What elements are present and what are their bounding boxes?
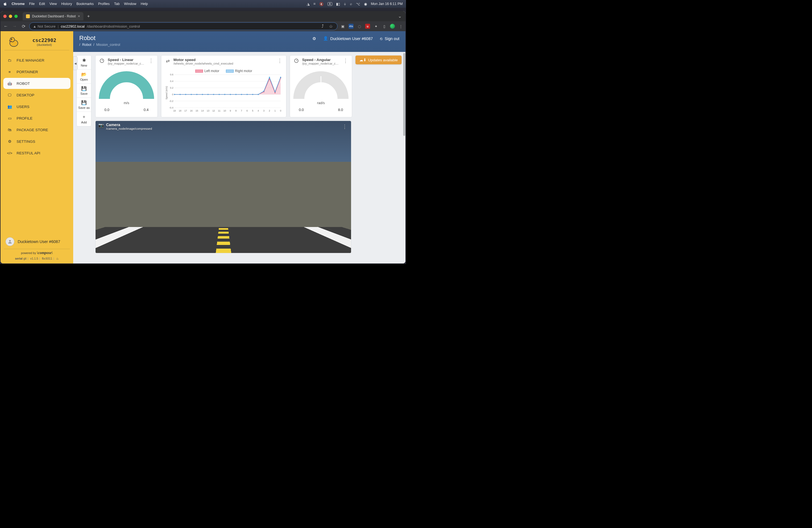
control-center-icon[interactable]: ⌥ (356, 2, 360, 6)
card-topic: /joy_mapper_node/car_c… (108, 62, 145, 65)
kebab-menu-button[interactable]: ⋮ (398, 24, 403, 29)
updates-available-button[interactable]: ☁⬇ Updates available (356, 56, 402, 64)
header-user[interactable]: 👤Duckietown User #6087 (323, 36, 373, 41)
sidebar-item-settings[interactable]: ⚙SETTINGS (3, 136, 70, 147)
sidebar-item-file-manager[interactable]: 🗀FILE MANAGER (3, 55, 70, 66)
extension-icon[interactable]: ◌ (357, 24, 362, 29)
menubar-item[interactable]: File (29, 2, 34, 6)
scrollbar-thumb[interactable] (403, 53, 405, 136)
menubar-app-name[interactable]: Chrome (12, 2, 25, 6)
svg-point-63 (202, 94, 203, 95)
menubar-item[interactable]: History (61, 2, 72, 6)
browser-tab[interactable]: Duckiebot Dashboard - Robot × (23, 12, 83, 20)
back-button[interactable]: ← (3, 23, 9, 29)
brand-block: csc22902 (duckiebot) (4, 34, 69, 50)
sidebar-collapse-button[interactable]: ◂ (73, 56, 77, 70)
siri-icon[interactable]: ◉ (364, 2, 367, 6)
new-tab-button[interactable]: + (86, 14, 91, 19)
header-settings-button[interactable]: ⚙ (313, 36, 316, 41)
extension-badge-icon[interactable]: 45s (349, 24, 353, 29)
battery-icon[interactable]: ▮▯ (336, 2, 340, 6)
toolbar-saveas-button[interactable]: 💾Save as (77, 98, 91, 112)
menubar-item[interactable]: View (49, 2, 57, 6)
svg-text:5: 5 (252, 109, 253, 112)
svg-text:10: 10 (223, 109, 226, 112)
card-motor-speed: ⇄ Motor speed/wheels_driver_node/wheels_… (161, 55, 286, 117)
menubar-item[interactable]: Help (141, 2, 148, 6)
gear-icon: ⚙ (7, 139, 12, 144)
signout-button[interactable]: ⎋Sign out (380, 36, 400, 41)
menubar-clock[interactable]: Mon Jan 16 6:11 PM (371, 2, 403, 6)
sidebar-nav: 🗀FILE MANAGER ≡PORTAINER 🤖ROBOT 🖵DESKTOP… (1, 53, 73, 161)
extension-icon[interactable]: ▣ (340, 24, 345, 29)
toolbar-add-button[interactable]: ＋Add (77, 112, 91, 126)
scrollbar[interactable] (403, 52, 405, 263)
card-menu-button[interactable]: ⋮ (343, 58, 349, 64)
search-icon[interactable]: ⌕ (350, 2, 352, 6)
tab-close-button[interactable]: × (78, 14, 80, 18)
dashboard-canvas: ✱New 📂Open 💾Save 💾Save as ＋Add Speed - L… (73, 52, 405, 263)
wifi-icon[interactable]: ⏚ (344, 2, 346, 6)
maximize-window-button[interactable] (14, 15, 18, 18)
close-window-button[interactable] (3, 15, 6, 18)
forward-button[interactable]: → (12, 23, 18, 29)
svg-point-66 (219, 94, 220, 95)
svg-point-71 (247, 94, 248, 95)
menubar-item[interactable]: Bookmarks (76, 2, 94, 6)
svg-text:-0.4: -0.4 (169, 106, 173, 109)
svg-point-58 (174, 94, 175, 95)
users-icon: 👥 (7, 104, 12, 109)
menubar-item[interactable]: Tab (114, 2, 120, 6)
share-button[interactable]: ⤴ (320, 23, 325, 29)
svg-text:4: 4 (258, 109, 259, 112)
sidebar-item-robot[interactable]: 🤖ROBOT (3, 78, 70, 89)
docker-icon[interactable]: ⌗ (314, 2, 315, 6)
svg-point-64 (207, 94, 208, 95)
sidebar-item-desktop[interactable]: 🖵DESKTOP (3, 89, 70, 101)
minimize-window-button[interactable] (9, 15, 12, 18)
sidepanel-button[interactable]: ▯ (382, 24, 387, 29)
breadcrumb-current: Mission_control (96, 43, 120, 47)
menubar-item[interactable]: Profiles (98, 2, 110, 6)
sidebar-item-restful-api[interactable]: </>RESTFUL API (3, 147, 70, 159)
toolbar-label: Save (81, 92, 88, 95)
menubar-item[interactable]: Window (124, 2, 136, 6)
breadcrumb-link[interactable]: Robot (82, 43, 91, 47)
svg-text:14: 14 (201, 109, 204, 112)
security-indicator[interactable]: ▲ Not Secure (33, 24, 56, 28)
footer-git-label: git (24, 257, 27, 260)
window-controls[interactable] (3, 15, 18, 18)
profile-avatar-icon[interactable] (390, 24, 395, 29)
status-icon[interactable]: ◮ (307, 2, 309, 6)
svg-point-70 (241, 94, 242, 95)
toolbar-label: Save as (78, 106, 90, 109)
ublock-icon[interactable]: u (365, 24, 370, 29)
reload-button[interactable]: ⟳ (20, 23, 27, 29)
sidebar-item-users[interactable]: 👥USERS (3, 101, 70, 112)
sidebar-item-package-store[interactable]: 🛍PACKAGE STORE (3, 124, 70, 135)
url-path: /dashboard/robot/mission_control (87, 24, 140, 28)
sidebar-item-portainer[interactable]: ≡PORTAINER (3, 66, 70, 77)
sidebar-item-profile[interactable]: ▭PROFILE (3, 113, 70, 124)
sidebar-item-label: DESKTOP (17, 93, 34, 97)
sidebar-user[interactable]: Duckietown User #6087 (1, 234, 73, 249)
toolbar-open-button[interactable]: 📂Open (77, 70, 91, 84)
toolbar-new-button[interactable]: ✱New (77, 56, 91, 70)
keyboard-icon[interactable]: A (328, 2, 332, 6)
card-menu-button[interactable]: ⋮ (277, 58, 283, 64)
extensions-button[interactable]: ✦ (373, 24, 378, 29)
tab-overflow-button[interactable]: ⌄ (396, 13, 403, 19)
menubar-item[interactable]: Edit (39, 2, 45, 6)
card-menu-button[interactable]: ⋮ (342, 124, 347, 130)
bookmark-button[interactable]: ☆ (328, 23, 334, 29)
macos-menubar: Chrome File Edit View History Bookmarks … (0, 0, 406, 8)
mute-icon[interactable]: 🔇 (319, 2, 324, 6)
address-bar[interactable]: ▲ Not Secure | csc22902.local/dashboard/… (29, 23, 337, 30)
card-menu-button[interactable]: ⋮ (148, 58, 154, 64)
toolbar-label: Add (81, 121, 87, 124)
svg-text:17: 17 (185, 109, 187, 112)
cloud-download-icon: ☁⬇ (359, 58, 366, 62)
updates-label: Updates available (368, 58, 398, 62)
bag-icon: 🛍 (7, 127, 12, 132)
toolbar-save-button[interactable]: 💾Save (77, 84, 91, 98)
